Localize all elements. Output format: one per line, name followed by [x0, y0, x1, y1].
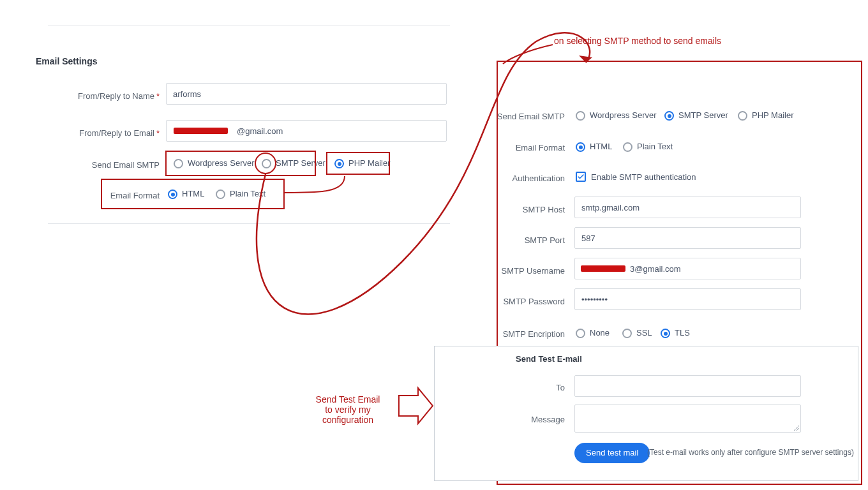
annotation-connector-1	[285, 176, 345, 193]
message-label: Message	[466, 415, 565, 424]
annotation-block-arrow	[399, 388, 433, 424]
radio-none[interactable]	[576, 329, 585, 338]
radio-ssl[interactable]	[622, 329, 632, 338]
resize-grip-icon	[793, 424, 799, 431]
from-email-label: From/Reply to Email*	[61, 128, 160, 138]
redaction-from-email	[174, 128, 228, 134]
radio-php-label-right: PHP Mailer	[752, 110, 794, 120]
smtp-host-label: SMTP Host	[466, 205, 565, 214]
to-input[interactable]	[574, 375, 801, 397]
email-format-label-right: Email Format	[466, 143, 565, 152]
smtp-pass-input[interactable]: •••••••••	[574, 288, 801, 310]
to-label: To	[466, 383, 565, 392]
from-name-label: From/Reply to Name*	[61, 91, 160, 101]
annotation-left-text: Send Test Email to verify my configurati…	[300, 394, 396, 425]
send-smtp-label-left: Send Email SMTP	[61, 160, 160, 170]
smtp-port-input[interactable]: 587	[574, 227, 801, 249]
auth-label: Authentication	[466, 174, 565, 183]
smtp-host-input[interactable]: smtp.gmail.com	[574, 197, 801, 218]
radio-plain-right[interactable]	[623, 142, 632, 152]
radio-ssl-label: SSL	[636, 328, 652, 338]
radio-wordpress-right[interactable]	[576, 111, 585, 121]
redaction-smtp-user	[581, 265, 625, 272]
radio-wordpress-label-right: Wordpress Server	[590, 110, 657, 120]
radio-html-right[interactable]	[576, 142, 585, 152]
send-test-title: Send Test E-mail	[516, 354, 582, 364]
auth-checkbox[interactable]	[576, 172, 586, 182]
smtp-pass-label: SMTP Password	[466, 297, 565, 306]
radio-smtp-right[interactable]	[664, 111, 674, 121]
radio-tls[interactable]	[661, 329, 670, 338]
radio-plain-label-right: Plain Text	[637, 142, 673, 151]
smtp-port-label: SMTP Port	[466, 235, 565, 245]
divider-bottom	[48, 223, 450, 224]
annotation-box-email-format	[101, 179, 285, 209]
smtp-enc-label: SMTP Encription	[466, 329, 565, 339]
section-title: Email Settings	[36, 56, 97, 66]
send-smtp-label-right: Send Email SMTP	[466, 112, 565, 121]
radio-tls-label: TLS	[675, 328, 690, 338]
radio-php-right[interactable]	[738, 111, 747, 121]
send-test-button[interactable]: Send test mail	[574, 443, 650, 463]
check-icon	[577, 173, 585, 181]
svg-line-1	[797, 428, 799, 431]
auth-checkbox-label: Enable SMTP authentication	[591, 172, 696, 182]
annotation-circle-smtp	[255, 152, 276, 174]
radio-none-label: None	[590, 328, 610, 338]
annotation-box-smtp-left	[165, 151, 316, 176]
annotation-top-text: on selecting SMTP method to send emails	[554, 36, 721, 46]
radio-smtp-label-right: SMTP Server	[678, 110, 728, 120]
annotation-box-php	[326, 152, 390, 175]
svg-line-0	[794, 426, 799, 431]
radio-html-label-right: HTML	[590, 142, 612, 151]
smtp-user-label: SMTP Username	[466, 266, 565, 276]
divider-top	[48, 26, 450, 26]
message-textarea[interactable]	[574, 405, 801, 433]
from-name-input[interactable]: arforms	[166, 83, 447, 105]
send-test-hint: (Test e-mail works only after configure …	[647, 448, 854, 457]
